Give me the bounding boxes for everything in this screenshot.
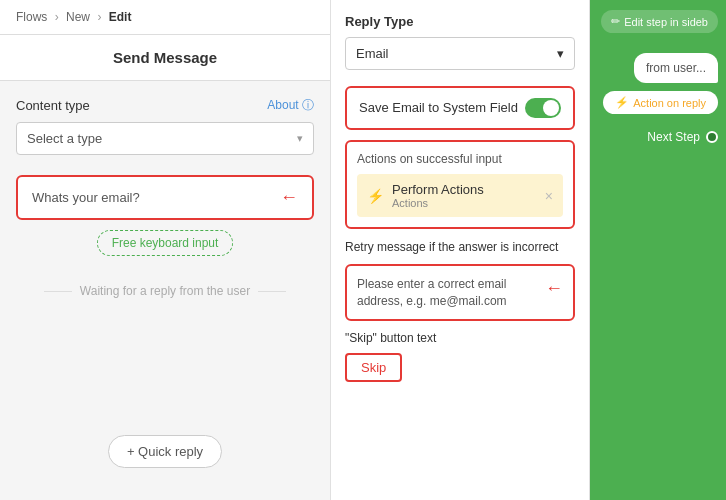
perform-actions-title: Perform Actions [392, 182, 537, 197]
skip-section: "Skip" button text Skip [345, 331, 575, 382]
arrow-left-icon: ← [280, 187, 298, 208]
edit-step-label: Edit step in sideb [624, 16, 708, 28]
breadcrumb-new[interactable]: New [66, 10, 90, 24]
action-on-reply-label: Action on reply [633, 97, 706, 109]
chevron-down-icon: ▾ [297, 132, 303, 145]
left-content: Content type About ⓘ Select a type ▾ Wha… [0, 81, 330, 500]
breadcrumb-edit: Edit [109, 10, 132, 24]
next-step-row: Next Step [647, 130, 718, 144]
select-type-placeholder: Select a type [27, 131, 102, 146]
reply-type-value: Email [356, 46, 389, 61]
retry-input-box[interactable]: Please enter a correct email address, e.… [345, 264, 575, 322]
next-step-label: Next Step [647, 130, 700, 144]
next-step-dot [706, 131, 718, 143]
actions-title: Actions on successful input [357, 152, 563, 166]
breadcrumb-sep2: › [97, 10, 101, 24]
edit-step-button[interactable]: ✏ Edit step in sideb [601, 10, 718, 33]
from-user-bubble: from user... [634, 53, 718, 83]
content-type-row: Content type About ⓘ [16, 97, 314, 114]
retry-label: Retry message if the answer is incorrect [345, 239, 575, 256]
lightning-icon: ⚡ [367, 188, 384, 204]
save-email-box: Save Email to System Field [345, 86, 575, 130]
left-panel: Flows › New › Edit Send Message Content … [0, 0, 330, 500]
reply-type-label: Reply Type [345, 14, 575, 29]
action-on-reply[interactable]: ⚡ Action on reply [603, 91, 718, 114]
pencil-icon: ✏ [611, 15, 620, 28]
perform-text: Perform Actions Actions [392, 182, 537, 209]
content-type-label: Content type [16, 98, 90, 113]
save-email-toggle[interactable] [525, 98, 561, 118]
breadcrumb: Flows › New › Edit [0, 0, 330, 35]
select-type-dropdown[interactable]: Select a type ▾ [16, 122, 314, 155]
about-link[interactable]: About ⓘ [267, 97, 314, 114]
skip-button[interactable]: Skip [345, 353, 402, 382]
arrow-left-red-icon: ← [545, 278, 563, 299]
free-keyboard-button[interactable]: Free keyboard input [97, 230, 234, 256]
lightning-small-icon: ⚡ [615, 96, 629, 109]
retry-input-text: Please enter a correct email address, e.… [357, 276, 539, 310]
waiting-text: Waiting for a reply from the user [16, 284, 314, 298]
quick-reply-button[interactable]: + Quick reply [108, 435, 222, 468]
email-question-text: Whats your email? [32, 190, 140, 205]
perform-actions-sub: Actions [392, 197, 537, 209]
save-email-text: Save Email to System Field [359, 99, 518, 117]
perform-actions-row: ⚡ Perform Actions Actions × [357, 174, 563, 217]
retry-section: Retry message if the answer is incorrect… [345, 239, 575, 321]
actions-section: Actions on successful input ⚡ Perform Ac… [345, 140, 575, 229]
send-message-header: Send Message [0, 35, 330, 81]
breadcrumb-flows[interactable]: Flows [16, 10, 47, 24]
breadcrumb-sep1: › [55, 10, 59, 24]
close-icon[interactable]: × [545, 188, 553, 204]
chevron-down-icon: ▾ [557, 46, 564, 61]
email-question-box[interactable]: Whats your email? ← [16, 175, 314, 220]
quick-reply-label: + Quick reply [127, 444, 203, 459]
skip-label: "Skip" button text [345, 331, 575, 345]
reply-type-section: Reply Type Email ▾ [331, 0, 589, 80]
middle-panel: Reply Type Email ▾ Save Email to System … [330, 0, 590, 500]
reply-type-dropdown[interactable]: Email ▾ [345, 37, 575, 70]
right-panel: ✏ Edit step in sideb from user... ⚡ Acti… [590, 0, 726, 500]
